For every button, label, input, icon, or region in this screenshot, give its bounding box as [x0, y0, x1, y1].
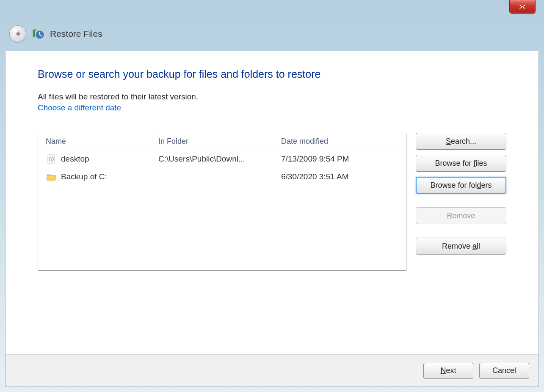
choose-different-date-link[interactable]: Choose a different date: [38, 103, 121, 112]
item-name: desktop: [61, 154, 89, 164]
item-name: Backup of C:: [61, 172, 107, 181]
cancel-button[interactable]: Cancel: [479, 363, 529, 379]
item-folder: C:\Users\Public\Downl...: [152, 154, 275, 164]
remove-button: Remove: [416, 207, 506, 224]
list-item[interactable]: Backup of C: 6/30/2020 3:51 AM: [38, 168, 406, 186]
search-button[interactable]: Search...: [416, 133, 506, 150]
list-header[interactable]: Name In Folder Date modified: [38, 133, 406, 150]
next-button[interactable]: Next: [423, 363, 473, 379]
column-header-name[interactable]: Name: [38, 133, 152, 150]
page-heading: Browse or search your backup for files a…: [38, 68, 506, 80]
browse-for-files-button[interactable]: Browse for files: [416, 155, 506, 172]
browse-for-folders-button[interactable]: Browse for folders: [416, 177, 506, 194]
remove-all-button[interactable]: Remove all: [416, 238, 506, 255]
list-item[interactable]: desktop C:\Users\Public\Downl... 7/13/20…: [38, 150, 406, 168]
action-buttons: Search... Browse for files Browse for fo…: [416, 133, 506, 271]
wizard-panel: Browse or search your backup for files a…: [5, 51, 539, 387]
folder-icon: [46, 171, 57, 182]
item-date: 7/13/2009 9:54 PM: [275, 154, 406, 164]
window-title: Restore Files: [50, 29, 102, 39]
item-date: 6/30/2020 3:51 AM: [275, 172, 406, 181]
svg-point-3: [51, 159, 52, 160]
column-header-date-modified[interactable]: Date modified: [275, 133, 406, 150]
close-button[interactable]: [509, 0, 536, 14]
restore-files-icon: [32, 28, 44, 40]
column-header-in-folder[interactable]: In Folder: [152, 133, 275, 150]
info-text: All files will be restored to their late…: [38, 92, 506, 101]
arrow-left-icon: [14, 30, 22, 38]
wizard-footer: Next Cancel: [6, 354, 538, 387]
back-button[interactable]: [9, 25, 26, 42]
config-file-icon: [46, 154, 57, 164]
wizard-header: Restore Files: [0, 0, 544, 42]
restore-items-list[interactable]: Name In Folder Date modified: [38, 133, 406, 271]
close-icon: [519, 4, 526, 10]
